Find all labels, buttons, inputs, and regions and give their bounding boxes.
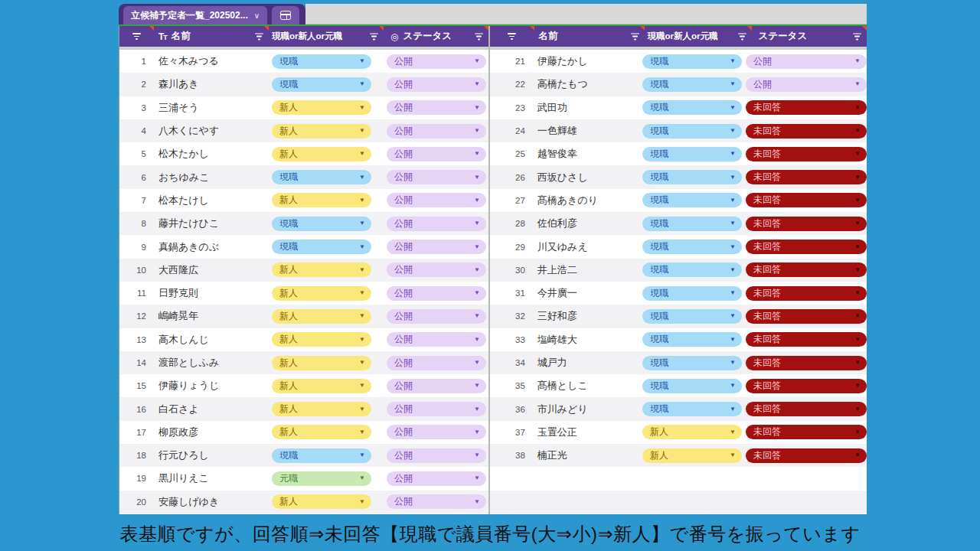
status-cell[interactable]: 未回答▼	[743, 328, 867, 351]
header-status-column[interactable]: ステータス	[752, 26, 867, 47]
chevron-down-icon[interactable]: ▼	[854, 360, 861, 366]
chevron-down-icon[interactable]: ▼	[359, 244, 365, 250]
row-number[interactable]: 17	[119, 421, 154, 444]
role-cell[interactable]: 新人▼	[269, 351, 384, 374]
row-number[interactable]: 23	[490, 96, 533, 119]
status-cell[interactable]: 公開▼	[384, 374, 488, 397]
chevron-down-icon[interactable]: ▼	[474, 383, 480, 389]
row-number[interactable]: 12	[119, 305, 154, 328]
name-cell[interactable]: 市川みどり	[533, 397, 639, 420]
chevron-down-icon[interactable]: ▼	[359, 197, 365, 204]
filter-icon[interactable]	[255, 33, 263, 40]
chevron-down-icon[interactable]: ▼	[359, 267, 365, 273]
row-number[interactable]: 10	[119, 259, 154, 282]
role-cell[interactable]: 現職▼	[639, 119, 743, 142]
row-number[interactable]: 31	[490, 282, 533, 305]
role-select-pill[interactable]: 新人▼	[272, 356, 371, 370]
row-number[interactable]: 7	[119, 189, 154, 212]
role-select-pill[interactable]: 現職▼	[642, 217, 742, 231]
filter-icon[interactable]	[508, 33, 516, 40]
role-cell[interactable]: 現職▼	[639, 189, 743, 212]
chevron-down-icon[interactable]: ▼	[854, 452, 861, 458]
role-select-pill[interactable]: 現職▼	[272, 170, 371, 184]
role-select-pill[interactable]: 現職▼	[642, 332, 742, 347]
chevron-down-icon[interactable]: ▼	[854, 220, 861, 227]
role-select-pill[interactable]: 現職▼	[642, 147, 742, 161]
chevron-down-icon[interactable]: ▼	[474, 220, 480, 227]
name-cell[interactable]: 柳原政彦	[154, 421, 269, 444]
status-cell[interactable]: 公開▼	[384, 328, 488, 351]
chevron-down-icon[interactable]: ▼	[359, 383, 365, 389]
chevron-down-icon[interactable]: ▼	[730, 220, 736, 227]
role-cell[interactable]: 新人▼	[269, 397, 384, 420]
row-number[interactable]: 20	[119, 491, 154, 514]
chevron-down-icon[interactable]: ▼	[854, 244, 861, 250]
chevron-down-icon[interactable]: ▼	[474, 313, 480, 319]
name-cell[interactable]: 塩崎雄大	[533, 328, 639, 351]
chevron-down-icon[interactable]: ▼	[854, 429, 861, 435]
row-number[interactable]: 26	[490, 165, 533, 188]
status-cell[interactable]: 公開▼	[384, 96, 488, 119]
status-cell[interactable]: 公開▼	[384, 467, 488, 490]
name-cell[interactable]: 城戸力	[533, 351, 639, 374]
status-cell[interactable]: 公開▼	[384, 50, 488, 73]
name-cell[interactable]: 楠正光	[533, 444, 639, 467]
status-select-pill[interactable]: 公開▼	[387, 448, 486, 463]
status-cell[interactable]: 未回答▼	[743, 119, 867, 142]
role-select-pill[interactable]: 新人▼	[272, 147, 371, 161]
status-cell[interactable]: 公開▼	[384, 119, 488, 142]
status-cell[interactable]: 公開▼	[384, 444, 488, 467]
role-cell[interactable]: 新人▼	[269, 189, 384, 212]
row-number[interactable]: 28	[490, 212, 533, 235]
row-number[interactable]: 22	[490, 73, 533, 96]
row-number[interactable]: 27	[490, 189, 533, 212]
row-number[interactable]	[490, 491, 534, 514]
chevron-down-icon[interactable]: ▼	[730, 81, 736, 87]
name-cell[interactable]: 川又ゆみえ	[533, 235, 639, 258]
chevron-down-icon[interactable]: ▼	[854, 313, 861, 319]
role-select-pill[interactable]: 現職▼	[642, 309, 742, 324]
chevron-down-icon[interactable]: ▼	[730, 313, 736, 319]
status-select-pill[interactable]: 公開▼	[387, 217, 486, 231]
status-select-pill[interactable]: 公開▼	[387, 425, 486, 439]
filter-icon[interactable]	[475, 33, 483, 40]
role-select-pill[interactable]: 現職▼	[642, 77, 742, 92]
role-select-pill[interactable]: 現職▼	[642, 100, 742, 115]
name-cell[interactable]: 松木たかし	[154, 142, 269, 165]
chevron-down-icon[interactable]: ▼	[854, 58, 861, 64]
chevron-down-icon[interactable]: ▼	[359, 360, 365, 366]
chevron-down-icon[interactable]: ▼	[474, 452, 480, 458]
name-cell[interactable]: 三好和彦	[533, 305, 639, 328]
chevron-down-icon[interactable]: ▼	[359, 105, 365, 111]
chevron-down-icon[interactable]: ▼	[730, 406, 736, 412]
row-number[interactable]: 9	[119, 235, 154, 258]
role-select-pill[interactable]: 新人▼	[272, 309, 371, 324]
role-cell[interactable]: 新人▼	[269, 421, 384, 444]
chevron-down-icon[interactable]: ▼	[854, 337, 861, 343]
status-cell[interactable]	[752, 467, 867, 490]
role-select-pill[interactable]: 新人▼	[272, 124, 371, 139]
row-number[interactable]: 37	[490, 421, 533, 444]
role-select-pill[interactable]: 現職▼	[272, 77, 371, 92]
chevron-down-icon[interactable]: ▼	[730, 105, 736, 111]
row-number[interactable]: 38	[490, 444, 533, 467]
name-cell[interactable]: 行元ひろし	[154, 444, 269, 467]
status-select-pill[interactable]: 未回答▼	[746, 448, 867, 463]
role-cell[interactable]: 現職▼	[639, 374, 743, 397]
status-select-pill[interactable]: 未回答▼	[746, 217, 867, 231]
status-select-pill[interactable]: 未回答▼	[746, 124, 867, 139]
chevron-down-icon[interactable]: ▼	[730, 452, 736, 458]
name-cell[interactable]: 一色輝雄	[533, 119, 639, 142]
status-cell[interactable]: 公開▼	[384, 397, 488, 420]
status-cell[interactable]: 未回答▼	[743, 397, 867, 420]
chevron-down-icon[interactable]: ▼	[474, 151, 480, 157]
status-select-pill[interactable]: 未回答▼	[746, 402, 867, 416]
role-cell[interactable]: 現職▼	[639, 351, 743, 374]
role-select-pill[interactable]: 現職▼	[642, 170, 742, 184]
name-cell[interactable]: 佐々木みつる	[154, 50, 269, 73]
chevron-down-icon[interactable]: ▼	[474, 406, 480, 412]
name-cell[interactable]: 渡部としふみ	[154, 351, 269, 374]
role-cell[interactable]: 新人▼	[269, 491, 384, 514]
role-cell[interactable]: 現職▼	[639, 73, 743, 96]
role-cell[interactable]: 新人▼	[269, 96, 384, 119]
